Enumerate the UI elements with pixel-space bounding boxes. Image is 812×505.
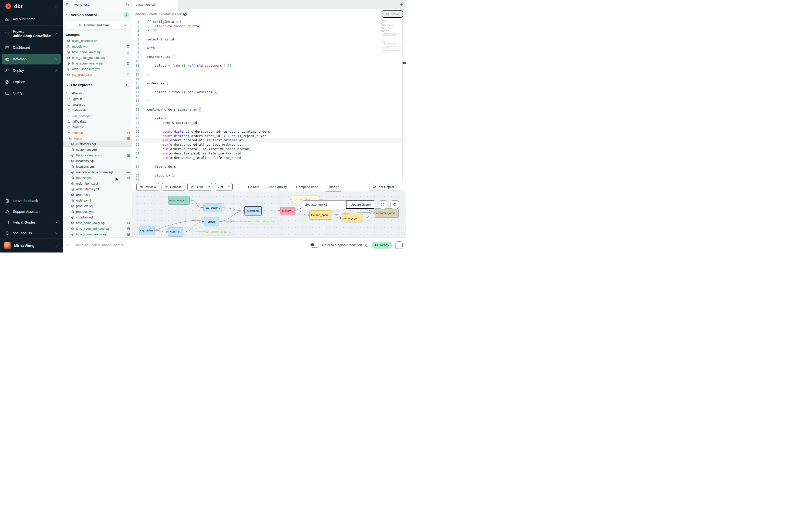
code-editor[interactable]: 1{{ config(meta = {2 'favorite_food': 'p… xyxy=(132,19,406,182)
lineage-canvas[interactable]: ecom.raw_cu...stg_custo...customerscusto… xyxy=(132,191,406,237)
code-line-11[interactable]: 11 select * from {{ ref('stg_customers')… xyxy=(132,63,406,68)
help-icon[interactable] xyxy=(365,243,369,247)
lineage-node-stgo[interactable]: stg_orders xyxy=(139,226,154,235)
changed-file-row[interactable]: time_spine_minutes.sql xyxy=(63,55,132,60)
code-line-26[interactable]: 26 count(distinct orders.order_id) as co… xyxy=(132,130,406,134)
tab-customers-sql[interactable]: customers.sql xyxy=(132,0,178,9)
sidebar-bottom-item[interactable]: Leave feedback xyxy=(0,195,63,206)
changed-file-row[interactable]: order_snapshot.yml xyxy=(63,66,132,72)
tree-item[interactable]: macros xyxy=(63,124,132,130)
plus-box-icon[interactable] xyxy=(126,50,130,54)
commit-options-button[interactable] xyxy=(122,21,129,29)
tree-item[interactable]: locations.yml xyxy=(63,164,132,169)
tree-item[interactable]: orders.yml xyxy=(63,198,132,203)
sidebar-item-account-home[interactable]: Account home xyxy=(0,13,63,25)
code-line-31[interactable]: 31 sum(orders.tax_paid) as lifetime_tax_… xyxy=(132,151,406,156)
code-line-5[interactable]: 5select 1 as id xyxy=(132,37,406,42)
sidebar-nav-item[interactable]: Explore xyxy=(0,76,63,88)
changed-file-row[interactable]: stg_orders.sql xyxy=(63,72,132,77)
lineage-node-cust[interactable]: customers xyxy=(245,206,262,215)
code-line-8[interactable]: 8 xyxy=(132,50,406,55)
changed-file-row[interactable]: models.yml xyxy=(63,44,132,49)
command-input[interactable] xyxy=(72,237,310,252)
result-tab[interactable]: Results xyxy=(248,182,259,191)
result-tab[interactable]: Code quality xyxy=(269,182,287,191)
tree-item[interactable]: jaffle-data xyxy=(63,119,132,124)
lineage-node-tghost1[interactable]: test_order_items_com... xyxy=(247,217,279,225)
code-line-27[interactable]: 27 count(distinct orders.order_id) > 1 a… xyxy=(132,134,406,138)
lineage-node-life[interactable]: lifetime_spen... xyxy=(309,210,332,220)
plus-box-icon[interactable] xyxy=(127,154,130,157)
tree-item[interactable]: products.sql xyxy=(63,203,132,209)
code-line-7[interactable]: 7with xyxy=(132,46,406,50)
sidebar-nav-item[interactable]: Deploy xyxy=(0,65,63,76)
lint-options-button[interactable] xyxy=(226,183,232,190)
code-line-23[interactable]: 23 select xyxy=(132,116,406,121)
preview-button[interactable]: Preview xyxy=(136,183,159,190)
lineage-node-oit[interactable]: order_it... xyxy=(168,227,183,236)
code-line-2[interactable]: 2 'favorite_food': 'pizza' xyxy=(132,24,406,28)
code-line-19[interactable]: 19), xyxy=(132,99,406,103)
scrollbar-thumb[interactable] xyxy=(402,62,406,64)
explore-lineage-icon[interactable] xyxy=(183,12,187,16)
code-line-4[interactable]: 4 xyxy=(132,33,406,37)
code-line-10[interactable]: 10 xyxy=(132,59,406,63)
tree-item[interactable]: order_items.yml xyxy=(63,186,132,192)
code-line-20[interactable]: 20 xyxy=(132,103,406,107)
code-line-15[interactable]: 15orders as ( xyxy=(132,81,406,86)
lineage-node-corder[interactable]: customer_orde... xyxy=(375,208,398,218)
breadcrumb-models[interactable]: models xyxy=(135,12,146,16)
lineage-node-avg[interactable]: average_ord... xyxy=(342,214,363,222)
code-line-32[interactable]: 32 sum(orders.order_total) as lifetime_s… xyxy=(132,156,406,160)
tree-item[interactable]: jaffle-shop xyxy=(63,91,132,96)
expand-command-bar-button[interactable] xyxy=(63,237,72,252)
dots-h-icon[interactable] xyxy=(127,171,130,174)
lineage-node-tghost2[interactable]: test_supply_costs_s... xyxy=(205,227,232,235)
dot-box-icon[interactable] xyxy=(127,131,130,135)
code-line-9[interactable]: 9customers as ( xyxy=(132,55,406,59)
changed-file-row[interactable]: time_spine_yearly.sql xyxy=(63,60,132,66)
plus-box-icon[interactable] xyxy=(127,227,130,230)
copy-icon[interactable] xyxy=(126,3,129,6)
lineage-node-ord[interactable]: orders xyxy=(204,217,219,226)
code-line-37[interactable]: 37 xyxy=(132,178,406,182)
sidebar-bottom-item[interactable]: Help & Guides xyxy=(0,217,63,228)
breadcrumb-file[interactable]: customers.sql xyxy=(161,12,181,16)
tree-item[interactable]: customers.yml xyxy=(63,147,132,153)
dot-box-icon[interactable] xyxy=(127,137,130,140)
result-tab[interactable]: Compiled code xyxy=(296,182,318,191)
defer-toggle[interactable] xyxy=(310,243,319,247)
compile-button[interactable]: Compile xyxy=(162,183,185,190)
lint-button[interactable]: Lint xyxy=(215,183,233,190)
tree-item[interactable]: models.yml xyxy=(63,175,132,181)
tree-item[interactable]: time_spine_yearly.sql xyxy=(63,231,132,237)
collapse-sidebar-icon[interactable] xyxy=(53,4,58,9)
tree-item[interactable]: .github xyxy=(63,96,132,102)
plus-box-icon[interactable] xyxy=(127,176,130,180)
sidebar-item-project[interactable]: Project Jaffle Shop Snowflake xyxy=(0,25,63,42)
code-line-14[interactable]: 14 xyxy=(132,77,406,81)
code-line-22[interactable]: 22 xyxy=(132,112,406,116)
plus-box-icon[interactable] xyxy=(126,67,130,71)
tree-item[interactable]: order_items.sql xyxy=(63,181,132,186)
new-tab-button[interactable] xyxy=(397,0,406,9)
tree-item[interactable]: data-tests xyxy=(63,107,132,113)
code-line-13[interactable]: 13), xyxy=(132,72,406,77)
minimap[interactable]: {{ config(meta = { 'favorite_food': 'piz… xyxy=(381,20,400,54)
plus-box-icon[interactable] xyxy=(126,39,130,43)
lineage-node-custp[interactable]: custom... xyxy=(280,207,295,215)
code-line-29[interactable]: 29 max(orders.ordered_at) as last_ordere… xyxy=(132,142,406,147)
tree-item[interactable]: orders.sql xyxy=(63,192,132,198)
tree-item[interactable]: locations.sql xyxy=(63,158,132,164)
sidebar-nav-item[interactable]: Dashboard xyxy=(0,42,63,53)
tree-item[interactable]: dbt_packages xyxy=(63,113,132,119)
plus-box-icon[interactable] xyxy=(126,56,130,59)
code-line-28[interactable]: 28 min(orders.ordered_at) as first_order… xyxy=(132,138,406,142)
code-line-34[interactable]: 34 from orders xyxy=(132,165,406,169)
more-options-button[interactable] xyxy=(395,241,402,249)
plus-box-icon[interactable] xyxy=(127,221,130,225)
code-line-35[interactable]: 35 xyxy=(132,169,406,173)
code-line-6[interactable]: 6 xyxy=(132,42,406,46)
tree-item[interactable]: customers.sql xyxy=(63,141,132,147)
chevron-down-icon[interactable] xyxy=(66,83,69,87)
